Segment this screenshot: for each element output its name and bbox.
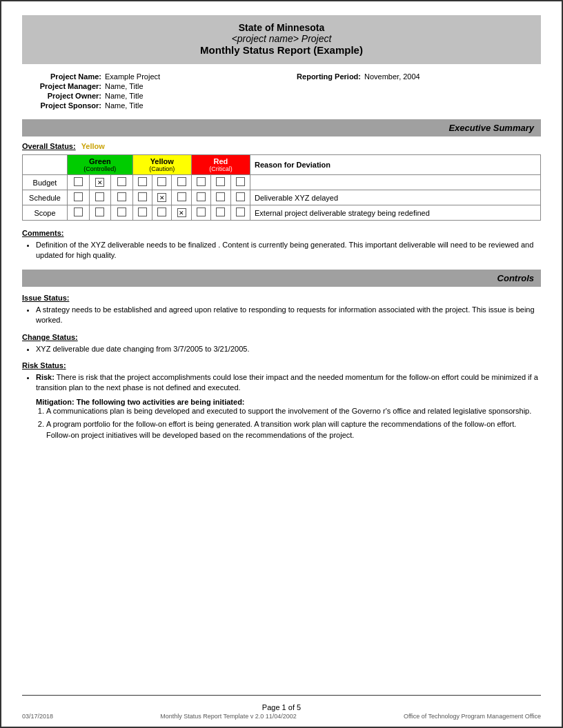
project-sponsor-row: Project Sponsor: Name, Title xyxy=(22,101,282,110)
green-cb-2-0 xyxy=(68,205,90,221)
issue-list: A strategy needs to be established and a… xyxy=(36,305,541,326)
risk-list: Risk: There is risk that the project acc… xyxy=(36,372,541,394)
yellow-cb-2-2 xyxy=(172,205,191,221)
green-cb-0-2 xyxy=(111,175,133,190)
project-name-row: Project Name: Example Project xyxy=(22,72,282,81)
red-cb-0-2 xyxy=(230,175,250,190)
header-line2: <project name> Project xyxy=(22,33,541,44)
project-name-value: Example Project xyxy=(105,72,160,81)
red-cb-2-0 xyxy=(191,205,210,221)
overall-status-label: Overall Status: xyxy=(22,142,76,150)
comments-section: Comments: Definition of the XYZ delivera… xyxy=(22,229,541,261)
table-row-reason: Deliverable XYZ delayed xyxy=(250,190,541,205)
change-list: XYZ deliverable due date changing from 3… xyxy=(36,344,541,354)
green-cb-2-2 xyxy=(111,205,133,221)
project-owner-row: Project Owner: Name, Title xyxy=(22,92,282,100)
red-cb-0-1 xyxy=(211,175,230,190)
project-manager-label: Project Manager: xyxy=(22,82,101,90)
page: State of Minnesota <project name> Projec… xyxy=(0,0,563,728)
project-info-left: Project Name: Example Project Project Ma… xyxy=(22,72,282,111)
status-table: Green (Controlled) Yellow (Caution) Red … xyxy=(22,154,541,221)
overall-status-row: Overall Status: Yellow xyxy=(22,142,541,150)
red-header: Red (Critical) xyxy=(191,155,250,175)
footer-page: Page 1 of 5 xyxy=(22,703,541,711)
header-box: State of Minnesota <project name> Projec… xyxy=(22,15,541,64)
red-cb-1-1 xyxy=(211,190,230,205)
red-label: Red xyxy=(196,157,246,165)
red-cb-1-2 xyxy=(230,190,250,205)
controls-section: Issue Status: A strategy needs to be est… xyxy=(22,294,541,441)
project-info: Project Name: Example Project Project Ma… xyxy=(22,72,541,111)
overall-status-value: Yellow xyxy=(81,142,105,150)
comments-list: Definition of the XYZ deliverable needs … xyxy=(36,240,541,261)
footer-date: 03/17/2018 xyxy=(22,713,53,720)
mitigation-label: Mitigation: The following two activities… xyxy=(36,398,541,406)
yellow-header: Yellow (Caution) xyxy=(132,155,191,175)
yellow-cb-0-2 xyxy=(172,175,191,190)
reason-header: Reason for Deviation xyxy=(250,155,541,175)
yellow-cb-0-0 xyxy=(132,175,152,190)
green-label: Green xyxy=(72,157,128,165)
reporting-period-value: November, 2004 xyxy=(364,72,420,81)
yellow-sub: (Caution) xyxy=(137,165,187,172)
mitigation-item-0: A communications plan is being developed… xyxy=(46,406,541,416)
project-name-label: Project Name: xyxy=(22,72,101,81)
header-line1: State of Minnesota xyxy=(22,22,541,33)
footer-bottom: 03/17/2018 Monthly Status Report Templat… xyxy=(22,713,541,720)
table-row-label: Schedule xyxy=(23,190,68,205)
table-row-reason: External project deliverable strategy be… xyxy=(250,205,541,221)
red-cb-2-2 xyxy=(230,205,250,221)
footer-page-text: Page 1 of 5 xyxy=(262,703,301,711)
risk-item: Risk: There is risk that the project acc… xyxy=(36,372,541,394)
change-status-label: Change Status: xyxy=(22,333,541,341)
mitigation-item-1: A program portfolio for the follow-on ef… xyxy=(46,419,541,441)
project-sponsor-label: Project Sponsor: xyxy=(22,101,101,110)
red-sub: (Critical) xyxy=(196,165,246,172)
yellow-cb-1-2 xyxy=(172,190,191,205)
header-line3: Monthly Status Report (Example) xyxy=(22,44,541,56)
project-owner-label: Project Owner: xyxy=(22,92,101,100)
change-item: XYZ deliverable due date changing from 3… xyxy=(36,344,541,354)
yellow-cb-1-1 xyxy=(152,190,172,205)
green-cb-0-0 xyxy=(68,175,90,190)
project-manager-row: Project Manager: Name, Title xyxy=(22,82,282,90)
footer-template: Monthly Status Report Template v 2.0 11/… xyxy=(160,713,296,720)
risk-status-label: Risk Status: xyxy=(22,361,541,370)
risk-text: There is risk that the project accomplis… xyxy=(36,373,538,392)
issue-status-label: Issue Status: xyxy=(22,294,541,302)
comments-label: Comments: xyxy=(22,229,541,237)
table-row-label: Scope xyxy=(23,205,68,221)
table-row-reason xyxy=(250,175,541,190)
controls-title: Controls xyxy=(497,273,534,283)
project-sponsor-value: Name, Title xyxy=(105,101,144,110)
yellow-cb-0-1 xyxy=(152,175,172,190)
red-cb-0-0 xyxy=(191,175,210,190)
red-cb-2-1 xyxy=(211,205,230,221)
mitigation-list: A communications plan is being developed… xyxy=(46,406,541,441)
project-info-right: Reporting Period: November, 2004 xyxy=(282,72,541,111)
green-sub: (Controlled) xyxy=(72,165,128,172)
footer-divider xyxy=(22,695,541,696)
green-cb-1-2 xyxy=(111,190,133,205)
table-row-label: Budget xyxy=(23,175,68,190)
green-cb-0-1 xyxy=(89,175,111,190)
risk-bold-label: Risk: xyxy=(36,373,55,381)
controls-header: Controls xyxy=(22,270,541,287)
executive-summary-title: Executive Summary xyxy=(448,123,534,133)
yellow-cb-2-0 xyxy=(132,205,152,221)
yellow-cb-2-1 xyxy=(152,205,172,221)
red-cb-1-0 xyxy=(191,190,210,205)
issue-item: A strategy needs to be established and a… xyxy=(36,305,541,326)
green-cb-1-1 xyxy=(89,190,111,205)
footer: Page 1 of 5 03/17/2018 Monthly Status Re… xyxy=(22,703,541,720)
reporting-period-label: Reporting Period: xyxy=(282,72,361,81)
green-cb-2-1 xyxy=(89,205,111,221)
yellow-label: Yellow xyxy=(137,157,187,165)
project-manager-value: Name, Title xyxy=(105,82,144,90)
reporting-period-row: Reporting Period: November, 2004 xyxy=(282,72,541,81)
project-owner-value: Name, Title xyxy=(105,92,144,100)
comments-item: Definition of the XYZ deliverable needs … xyxy=(36,240,541,261)
green-cb-1-0 xyxy=(68,190,90,205)
green-header: Green (Controlled) xyxy=(68,155,133,175)
mitigation-intro: The following two activities are being i… xyxy=(77,398,245,406)
